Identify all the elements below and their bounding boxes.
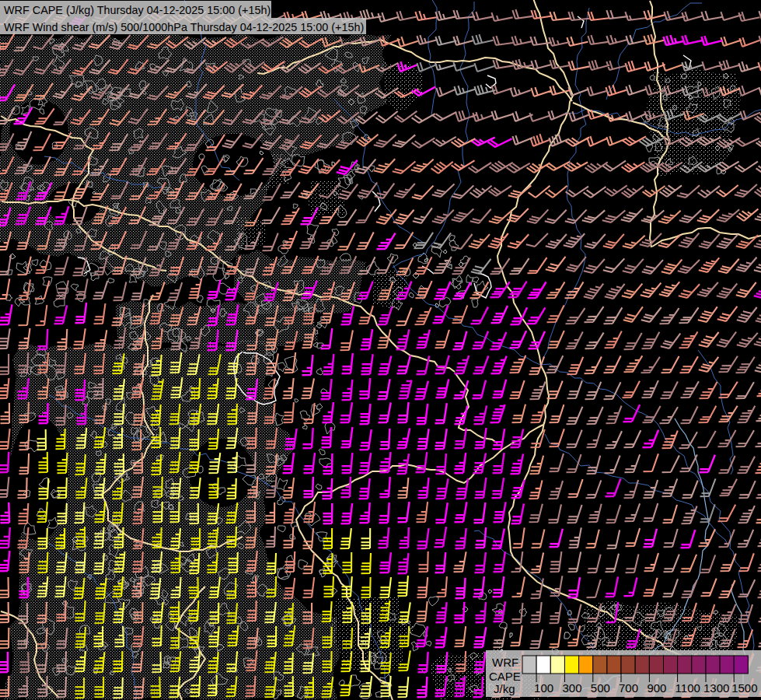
svg-text:WRF CAPE (J/kg) Thursday 04-12: WRF CAPE (J/kg) Thursday 04-12-2025 15:0… [4, 4, 271, 16]
svg-text:900: 900 [647, 681, 666, 695]
svg-text:CAPE: CAPE [489, 670, 521, 683]
svg-text:WRF: WRF [492, 656, 518, 669]
svg-text:300: 300 [563, 681, 582, 695]
svg-text:J/kg: J/kg [494, 682, 515, 695]
svg-text:100: 100 [534, 681, 553, 695]
svg-text:1500: 1500 [731, 681, 757, 695]
svg-text:500: 500 [591, 681, 610, 695]
svg-text:1100: 1100 [675, 681, 700, 695]
svg-text:WRF Wind shear (m/s) 500/1000h: WRF Wind shear (m/s) 500/1000hPa Thursda… [4, 21, 364, 33]
svg-text:1300: 1300 [703, 681, 729, 695]
svg-text:700: 700 [619, 681, 638, 695]
